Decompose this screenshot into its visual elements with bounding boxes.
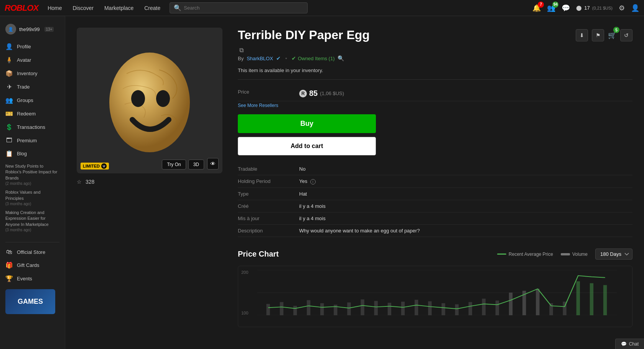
detail-val-tradable: No xyxy=(299,166,306,172)
svg-rect-23 xyxy=(496,301,499,315)
sidebar-item-profile[interactable]: 👤 Profile xyxy=(0,40,65,53)
messages-button[interactable]: 💬 xyxy=(562,4,570,12)
try-on-button[interactable]: Try On xyxy=(162,160,186,170)
days-select[interactable]: 180 Days 30 Days 90 Days 365 Days xyxy=(595,249,632,260)
item-page: LIMITED U 👁 Try On 3D ☆ 328 xyxy=(77,28,632,327)
svg-rect-16 xyxy=(401,302,405,315)
sidebar-item-avatar[interactable]: 🧍 Avatar xyxy=(0,53,65,67)
view-icon-button[interactable]: 👁 xyxy=(207,158,219,170)
svg-rect-17 xyxy=(415,300,418,315)
trade-icon: ✈ xyxy=(5,83,13,91)
svg-rect-8 xyxy=(293,306,297,316)
sidebar-item-redeem[interactable]: 🎫 Redeem xyxy=(0,107,65,120)
events-icon: 🏆 xyxy=(5,275,13,282)
sidebar-label-inventory: Inventory xyxy=(17,71,37,76)
sidebar: 👤 the99x99 13+ 👤 Profile 🧍 Avatar 📦 Inve… xyxy=(0,16,65,349)
availability-message: This item is available in your inventory… xyxy=(238,67,632,73)
add-to-cart-button[interactable]: Add to cart xyxy=(238,137,376,155)
sidebar-item-inventory[interactable]: 📦 Inventory xyxy=(0,67,65,80)
item-controls: 👁 xyxy=(207,158,219,170)
sidebar-promo[interactable]: GAMES xyxy=(0,285,65,318)
groups-icon: 👥 xyxy=(5,97,13,104)
sidebar-label-trade: Trade xyxy=(17,84,30,90)
sidebar-item-transactions[interactable]: 💲 Transactions xyxy=(0,120,65,134)
star-icon: ☆ xyxy=(77,179,82,185)
svg-rect-22 xyxy=(482,299,486,315)
sidebar-item-trade[interactable]: ✈ Trade xyxy=(0,80,65,94)
blog-post-1[interactable]: Roblox Values and Principles (3 months a… xyxy=(5,189,59,207)
nav-home[interactable]: Home xyxy=(48,5,62,11)
notifications-badge: 7 xyxy=(538,2,544,8)
nav-marketplace[interactable]: Marketplace xyxy=(104,5,133,11)
promo-image: GAMES xyxy=(5,289,55,314)
svg-rect-21 xyxy=(468,302,472,315)
search-inventory-icon[interactable]: 🔍 xyxy=(338,55,344,61)
avatar: 👤 xyxy=(5,24,16,35)
see-more-resellers-link[interactable]: See More Resellers xyxy=(238,103,632,108)
chat-button[interactable]: 💬 Chat xyxy=(615,339,644,349)
cart-icon-button[interactable]: 🛒 5 xyxy=(608,29,616,41)
svg-rect-13 xyxy=(361,300,364,315)
nav-discover[interactable]: Discover xyxy=(72,5,93,11)
search-bar[interactable]: 🔍 xyxy=(170,2,308,13)
limited-badge: LIMITED U xyxy=(81,163,109,170)
sidebar-item-groups[interactable]: 👥 Groups xyxy=(0,94,65,107)
blog-post-date-2: (3 months ago) xyxy=(5,227,59,233)
chart-controls: 180 Days 30 Days 90 Days 365 Days xyxy=(595,249,632,260)
profile-button[interactable]: 👤 xyxy=(631,4,639,12)
sidebar-item-gift-cards[interactable]: 🎁 Gift Cards xyxy=(0,258,65,272)
creator-name[interactable]: SharkBLOX xyxy=(247,56,273,61)
blog-post-title-1: Roblox Values and Principles xyxy=(5,189,59,201)
svg-rect-15 xyxy=(388,303,391,315)
nav-icons: 🔔 7 👥 94 💬 ⬤ 17 (0,21 $US) ⚙ 👤 xyxy=(532,4,639,12)
sidebar-item-blog[interactable]: 📋 Blog xyxy=(0,147,65,160)
sidebar-label-official-store: Official Store xyxy=(17,249,45,255)
y-label-100: 100 xyxy=(241,311,248,315)
svg-rect-9 xyxy=(307,300,310,315)
download-button[interactable]: ⬇ xyxy=(576,29,588,41)
detail-val-updated: il y a 4 mois xyxy=(299,216,326,221)
svg-rect-30 xyxy=(590,283,593,316)
buy-button[interactable]: Buy xyxy=(238,114,376,133)
divider-top xyxy=(238,79,632,80)
sidebar-item-premium[interactable]: 🗔 Premium xyxy=(0,134,65,147)
owned-check-icon: ✔ xyxy=(292,55,296,61)
sidebar-item-events[interactable]: 🏆 Events xyxy=(0,272,65,285)
holding-info-icon[interactable]: i xyxy=(310,179,316,184)
price-chart-section: Price Chart Recent Average Price Volume xyxy=(238,249,632,327)
notifications-button[interactable]: 🔔 7 xyxy=(532,4,541,12)
settings-button[interactable]: ⚙ xyxy=(619,4,625,12)
blog-post-0[interactable]: New Study Points to Roblox's Positive Im… xyxy=(5,163,59,186)
chart-legend: Recent Average Price Volume xyxy=(497,252,588,257)
chart-title: Price Chart xyxy=(238,250,279,258)
chart-container: 200 100 xyxy=(238,266,632,327)
blog-post-2[interactable]: Making Creation and Expression Easier fo… xyxy=(5,210,59,233)
svg-rect-10 xyxy=(320,303,324,315)
sidebar-item-official-store[interactable]: 🛍 Official Store xyxy=(0,245,65,258)
svg-point-2 xyxy=(156,90,170,107)
blog-post-title-2: Making Creation and Expression Easier fo… xyxy=(5,210,59,227)
copy-link-button[interactable]: ⧉ xyxy=(238,45,245,55)
chat-label: Chat xyxy=(629,341,639,347)
blog-icon: 📋 xyxy=(5,150,13,157)
svg-rect-26 xyxy=(536,289,539,316)
chart-y-labels: 200 100 xyxy=(241,270,248,315)
report-button[interactable]: ⚑ xyxy=(592,29,604,41)
view-3d-button[interactable]: 3D xyxy=(188,160,204,170)
svg-rect-31 xyxy=(603,285,607,316)
nav-links: Home Discover Marketplace Create xyxy=(48,5,160,11)
price-row: Price R 85 (1,06 $US) xyxy=(238,86,632,101)
star-rating: ☆ xyxy=(77,179,82,185)
nav-create[interactable]: Create xyxy=(144,5,160,11)
sidebar-label-blog: Blog xyxy=(17,151,27,156)
roblox-logo[interactable]: ROBLOX xyxy=(5,3,38,13)
sidebar-label-transactions: Transactions xyxy=(17,124,45,130)
refresh-button[interactable]: ↺ xyxy=(620,29,632,41)
friends-button[interactable]: 👥 94 xyxy=(547,4,555,12)
robux-display[interactable]: ⬤ 17 (0,21 $US) xyxy=(576,5,613,11)
volume-line-color xyxy=(561,253,570,255)
profile-icon: 👤 xyxy=(5,43,13,50)
blog-post-title-0: New Study Points to Roblox's Positive Im… xyxy=(5,163,59,181)
search-input[interactable] xyxy=(184,5,303,11)
blog-post-date-0: (2 months ago) xyxy=(5,181,59,186)
